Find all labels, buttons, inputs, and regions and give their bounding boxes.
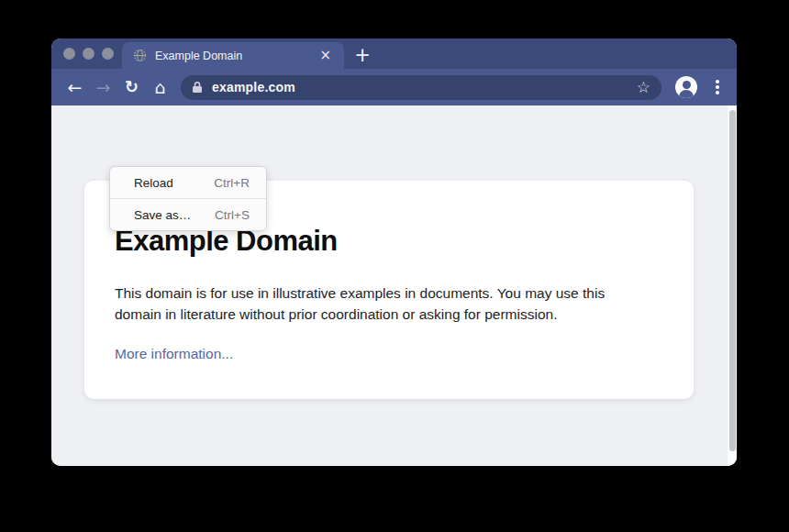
tab-close-icon[interactable]: × <box>317 48 333 63</box>
reload-button[interactable]: ↻ <box>117 79 146 95</box>
tab-strip: Example Domain × + <box>51 39 737 69</box>
scrollbar <box>728 105 737 466</box>
tab-title: Example Domain <box>155 50 317 62</box>
context-menu: Reload Ctrl+R Save as… Ctrl+S <box>109 166 267 231</box>
favicon-globe-icon <box>133 49 147 62</box>
close-window-button[interactable] <box>63 48 75 60</box>
lock-icon <box>192 81 203 94</box>
window-controls <box>63 48 114 60</box>
new-tab-button[interactable]: + <box>349 41 376 68</box>
context-menu-item-save-as[interactable]: Save as… Ctrl+S <box>110 199 266 230</box>
desktop-background: { "colors": { "chrome_frame": "#3B497B",… <box>0 0 789 532</box>
tab-example-domain[interactable]: Example Domain × <box>122 42 344 69</box>
more-information-link[interactable]: More information... <box>115 346 233 362</box>
menu-item-label: Save as… <box>134 208 191 222</box>
bookmark-star-icon[interactable]: ☆ <box>637 80 650 95</box>
home-button[interactable]: ⌂ <box>146 79 174 96</box>
back-button[interactable]: ← <box>61 79 89 96</box>
page-content: Example Domain This domain is for use in… <box>51 105 737 466</box>
address-bar[interactable]: example.com ☆ <box>181 75 661 100</box>
toolbar: ← → ↻ ⌂ example.com ☆ <box>51 69 737 105</box>
context-menu-item-reload[interactable]: Reload Ctrl+R <box>110 167 266 198</box>
menu-item-shortcut: Ctrl+R <box>214 176 250 190</box>
url-text: example.com <box>212 80 295 94</box>
browser-window: Example Domain × + ← → ↻ ⌂ example.com ☆… <box>51 39 737 466</box>
menu-item-shortcut: Ctrl+S <box>215 208 250 222</box>
menu-kebab-icon[interactable] <box>709 80 726 94</box>
profile-avatar-icon[interactable] <box>675 76 697 98</box>
scrollbar-thumb[interactable] <box>729 110 736 451</box>
forward-button[interactable]: → <box>89 79 117 96</box>
page-paragraph: This domain is for use in illustrative e… <box>115 283 651 325</box>
minimize-window-button[interactable] <box>83 48 94 60</box>
menu-item-label: Reload <box>134 176 173 190</box>
zoom-window-button[interactable] <box>102 48 114 60</box>
